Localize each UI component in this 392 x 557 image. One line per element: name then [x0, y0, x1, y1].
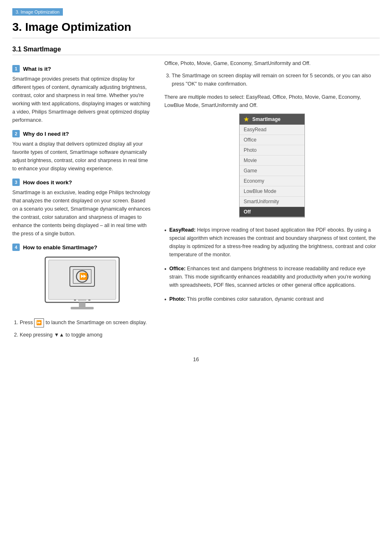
smartimage-menu: ★ SmartImage EasyRead Office Photo Movie…: [239, 114, 305, 218]
badge-2: 2: [12, 130, 20, 137]
menu-item-office[interactable]: Office: [240, 135, 304, 145]
page-title: 3. Image Optimization: [12, 21, 380, 38]
menu-item-easyread[interactable]: EasyRead: [240, 125, 304, 135]
right-column: Office, Photo, Movie, Game, Economy, Sma…: [164, 59, 380, 344]
steps-list: Press ⏩ to launch the SmartImage on scre…: [12, 318, 152, 339]
easyread-body: Helps improve reading of text based appl…: [169, 227, 376, 258]
menu-item-smartuniformity[interactable]: SmartUniformity: [240, 197, 304, 207]
svg-rect-7: [71, 307, 94, 309]
left-column: 1 What is it? SmartImage provides preset…: [12, 59, 152, 344]
step-2: Keep pressing ▼▲ to toggle among: [20, 331, 152, 339]
svg-rect-1: [48, 260, 116, 299]
svg-rect-6: [79, 302, 85, 307]
descriptions-list: EasyRead: Helps improve reading of text …: [164, 226, 380, 303]
svg-rect-8: [74, 299, 76, 301]
monitor-illustration-container: ⏩: [12, 255, 152, 313]
office-term: Office:: [169, 266, 186, 272]
page-number: 16: [12, 356, 380, 362]
svg-text:⏩: ⏩: [79, 272, 88, 280]
svg-rect-10: [88, 299, 90, 301]
section-3-1-title: 3.1 SmartImage: [12, 46, 380, 55]
q1-body: SmartImage provides presets that optimiz…: [12, 75, 152, 124]
modes-intro: Office, Photo, Movie, Game, Economy, Sma…: [164, 59, 380, 67]
subsection-4-header: 4 How to enable SmartImage?: [12, 244, 152, 251]
menu-item-photo[interactable]: Photo: [240, 145, 304, 155]
step3-list: The SmartImage on screen display will re…: [164, 72, 380, 88]
q3-body: SmartImage is an exclusive, leading edge…: [12, 188, 152, 238]
photo-term: Photo:: [169, 296, 186, 302]
badge-3: 3: [12, 179, 20, 186]
star-icon: ★: [244, 116, 249, 123]
menu-title: SmartImage: [252, 116, 281, 122]
menu-item-off[interactable]: Off: [240, 207, 304, 217]
q2-title: Why do I need it?: [23, 131, 69, 137]
badge-4: 4: [12, 244, 20, 251]
menu-item-movie[interactable]: Movie: [240, 155, 304, 166]
office-body: Enhances text and dampens brightness to …: [169, 266, 371, 288]
step-3: The SmartImage on screen display will re…: [172, 72, 380, 88]
q4-title: How to enable SmartImage?: [23, 244, 97, 251]
menu-item-lowblue[interactable]: LowBlue Mode: [240, 186, 304, 197]
badge-1: 1: [12, 65, 20, 72]
menu-header: ★ SmartImage: [240, 114, 304, 125]
monitor-svg: ⏩: [41, 255, 123, 313]
menu-item-economy[interactable]: Economy: [240, 176, 304, 186]
svg-rect-9: [78, 299, 86, 301]
easyread-term: EasyRead:: [169, 227, 196, 233]
desc-easyread: EasyRead: Helps improve reading of text …: [164, 226, 380, 259]
subsection-3-header: 3 How does it work?: [12, 179, 152, 186]
q1-title: What is it?: [23, 66, 51, 72]
q3-title: How does it work?: [23, 179, 72, 186]
subsection-1-header: 1 What is it?: [12, 65, 152, 72]
desc-photo: Photo: This profile combines color satur…: [164, 295, 380, 303]
desc-office: Office: Enhances text and dampens bright…: [164, 265, 380, 289]
modes-intro2: There are multiple modes to select: Easy…: [164, 93, 380, 109]
step-1: Press ⏩ to launch the SmartImage on scre…: [20, 318, 152, 327]
q2-body: You want a display that delivers optimiz…: [12, 140, 152, 173]
breadcrumb: 3. Image Optimization: [12, 8, 63, 16]
photo-body: This profile combines color saturation, …: [187, 296, 324, 302]
menu-item-game[interactable]: Game: [240, 166, 304, 176]
subsection-2-header: 2 Why do I need it?: [12, 130, 152, 137]
